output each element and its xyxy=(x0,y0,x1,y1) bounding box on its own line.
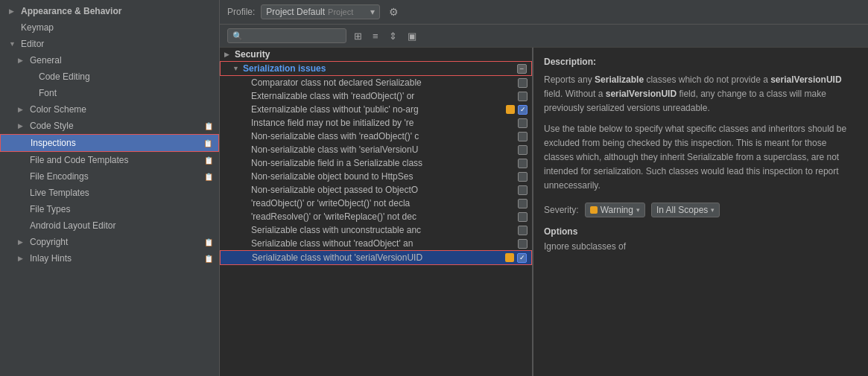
tree-item-instance-field[interactable]: Instance field may not be initialized by… xyxy=(220,116,532,130)
sidebar-item-label: Copyright xyxy=(30,237,201,247)
tree-item-readresolve-notdecl[interactable]: 'readResolve()' or 'writeReplace()' not … xyxy=(220,210,532,223)
tree-item-label: Comparator class not declared Serializab… xyxy=(251,77,518,88)
sidebar-item-label: Code Editing xyxy=(39,71,213,82)
description-text1: Reports any Serializable classes which d… xyxy=(544,73,858,116)
tree-item-non-serializable-field[interactable]: Non-serializable field in a Serializable… xyxy=(220,156,532,170)
tree-item-non-serializable-objectstream[interactable]: Non-serializable object passed to Object… xyxy=(220,183,532,197)
sidebar-item-keymap[interactable]: Keymap xyxy=(0,19,219,36)
checkbox-area: − xyxy=(517,64,527,74)
tree-arrow-icon: ▶ xyxy=(18,238,27,246)
page-icon: 📋 xyxy=(204,122,213,130)
tree-item-externalizable-nopublic[interactable]: Externalizable class without 'public' no… xyxy=(220,103,532,116)
main-content: Profile: Project Default Project ▾ ⚙ 🔍 ⊞… xyxy=(220,0,868,376)
severity-row: Severity: Warning ▾ In All Scopes ▾ xyxy=(544,203,858,217)
checkbox[interactable]: ✓ xyxy=(518,105,528,115)
ignore-subclasses-label: Ignore subclasses of xyxy=(544,241,626,252)
description-title: Description: xyxy=(544,57,858,67)
checkbox[interactable] xyxy=(518,185,528,195)
sidebar-item-editor[interactable]: ▼Editor xyxy=(0,36,219,52)
tree-item-serializable-noreadobject[interactable]: Serializable class without 'readObject' … xyxy=(220,237,532,250)
description-text2: Use the table below to specify what spec… xyxy=(544,122,858,194)
sidebar-item-label: Appearance & Behavior xyxy=(21,6,213,16)
search-box[interactable]: 🔍 xyxy=(227,28,346,43)
checkbox-area xyxy=(518,132,528,141)
search-icon: 🔍 xyxy=(232,31,243,41)
checkbox[interactable] xyxy=(518,172,528,182)
tree-item-label: Security xyxy=(235,49,528,60)
sidebar-item-file-code-templates[interactable]: File and Code Templates📋 xyxy=(0,152,219,168)
tree-item-comparator[interactable]: Comparator class not declared Serializab… xyxy=(220,76,532,89)
chevron-down-icon: ▾ xyxy=(711,206,715,214)
sidebar-item-inspections[interactable]: Inspections📋 xyxy=(0,134,219,152)
checkbox[interactable] xyxy=(518,212,528,222)
minus-checkbox[interactable]: − xyxy=(517,64,527,74)
profile-name: Project Default xyxy=(266,7,325,17)
tree-item-security-header[interactable]: ▶Security xyxy=(220,48,532,61)
sidebar-item-file-encodings[interactable]: File Encodings📋 xyxy=(0,168,219,185)
sidebar-item-file-types[interactable]: File Types xyxy=(0,201,219,217)
tree-item-externalizable-readobject[interactable]: Externalizable class with 'readObject()'… xyxy=(220,89,532,103)
sidebar-item-android-layout[interactable]: Android Layout Editor xyxy=(0,217,219,234)
expand-all-button[interactable]: ≡ xyxy=(370,29,381,43)
checkbox[interactable] xyxy=(518,132,528,141)
tree-item-serializable-noversionuid[interactable]: Serializable class without 'serialVersio… xyxy=(220,250,532,265)
sidebar-item-label: Code Style xyxy=(30,121,201,131)
collapse-all-button[interactable]: ⇕ xyxy=(386,29,400,43)
checkbox[interactable] xyxy=(518,145,528,155)
sidebar-item-label: General xyxy=(30,55,213,66)
sidebar-item-copyright[interactable]: ▶Copyright📋 xyxy=(0,234,219,250)
layout-button[interactable]: ▣ xyxy=(405,29,419,43)
checkbox[interactable] xyxy=(518,226,528,235)
checkbox-area xyxy=(518,118,528,128)
severity-color-dot xyxy=(505,253,514,262)
severity-value: Warning xyxy=(601,205,633,215)
options-section: Options Ignore subclasses of xyxy=(544,226,858,252)
tree-item-label: Instance field may not be initialized by… xyxy=(251,118,518,128)
tree-item-label: 'readObject()' or 'writeObject()' not de… xyxy=(251,198,518,208)
sidebar-item-label: File and Code Templates xyxy=(30,155,201,165)
tree-item-label: Serialization issues xyxy=(243,63,517,74)
checkbox[interactable] xyxy=(518,239,528,249)
checkbox[interactable] xyxy=(518,199,528,208)
tree-item-label: Non-serializable class with 'readObject(… xyxy=(251,131,518,141)
sidebar-item-font[interactable]: Font xyxy=(0,85,219,101)
severity-dropdown[interactable]: Warning ▾ xyxy=(585,203,645,217)
sidebar-item-code-style[interactable]: ▶Code Style📋 xyxy=(0,118,219,134)
checkbox-area: ✓ xyxy=(505,253,527,263)
sidebar-item-color-scheme[interactable]: ▶Color Scheme xyxy=(0,101,219,118)
filter-button[interactable]: ⊞ xyxy=(351,29,365,43)
scope-dropdown[interactable]: In All Scopes ▾ xyxy=(651,203,720,217)
checkbox[interactable] xyxy=(518,78,528,88)
tree-arrow-icon: ▼ xyxy=(232,65,243,72)
tree-arrow-icon: ▶ xyxy=(18,57,27,64)
tree-item-serialization-issues[interactable]: ▼Serialization issues− xyxy=(220,61,532,76)
gear-button[interactable]: ⚙ xyxy=(386,4,402,19)
tree-item-non-serializable-readobject[interactable]: Non-serializable class with 'readObject(… xyxy=(220,130,532,143)
tree-item-readobject-notdecla[interactable]: 'readObject()' or 'writeObject()' not de… xyxy=(220,197,532,210)
sidebar-item-general[interactable]: ▶General xyxy=(0,52,219,68)
checkbox[interactable] xyxy=(518,118,528,128)
sidebar-item-label: Inlay Hints xyxy=(30,253,201,264)
tree-item-non-serializable-serialversionuid[interactable]: Non-serializable class with 'serialVersi… xyxy=(220,143,532,156)
checkbox-area xyxy=(518,145,528,155)
checkbox[interactable] xyxy=(518,159,528,168)
page-icon: 📋 xyxy=(203,139,212,147)
page-icon: 📋 xyxy=(204,255,213,263)
search-input[interactable] xyxy=(246,31,341,41)
tree-item-non-serializable-httpsession[interactable]: Non-serializable object bound to HttpSes xyxy=(220,170,532,183)
chevron-down-icon: ▾ xyxy=(636,206,640,214)
sidebar-item-label: Keymap xyxy=(21,22,213,33)
checkbox[interactable] xyxy=(518,92,528,101)
tree-item-serializable-unconstructable[interactable]: Serializable class with unconstructable … xyxy=(220,223,532,237)
sidebar-item-appearance[interactable]: ▶Appearance & Behavior xyxy=(0,3,219,19)
sidebar-item-label: Live Templates xyxy=(30,188,213,198)
sidebar-item-label: Editor xyxy=(21,39,213,49)
tree-item-label: Non-serializable object passed to Object… xyxy=(251,185,518,195)
profile-dropdown[interactable]: Project Default Project ▾ xyxy=(261,4,380,19)
sidebar-item-code-editing[interactable]: Code Editing xyxy=(0,68,219,85)
sidebar-item-live-templates[interactable]: Live Templates xyxy=(0,185,219,201)
sidebar-item-label: Font xyxy=(39,88,213,98)
checkbox[interactable]: ✓ xyxy=(517,253,527,263)
sidebar-item-inlay-hints[interactable]: ▶Inlay Hints📋 xyxy=(0,250,219,267)
tree-item-label: Serializable class with unconstructable … xyxy=(251,225,518,235)
